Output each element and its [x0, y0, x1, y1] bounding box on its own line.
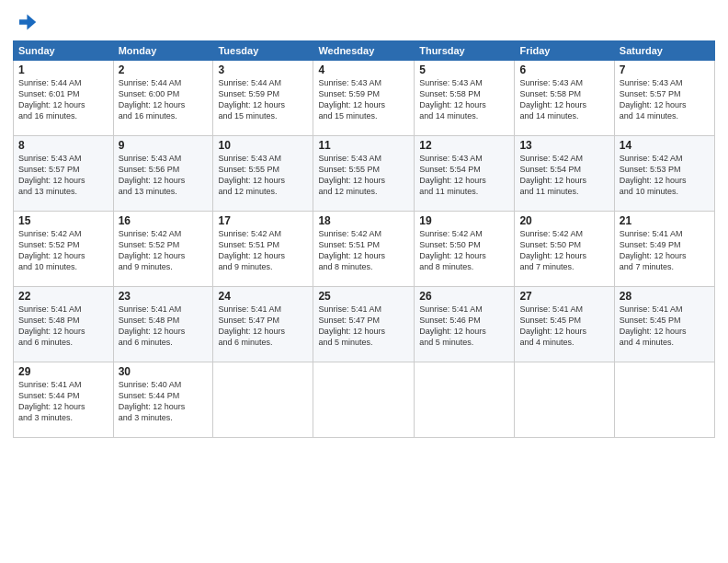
calendar-cell: 15Sunrise: 5:42 AM Sunset: 5:52 PM Dayli… — [14, 212, 114, 287]
day-info: Sunrise: 5:43 AM Sunset: 5:57 PM Dayligh… — [620, 77, 710, 122]
day-number: 28 — [620, 290, 710, 303]
day-info: Sunrise: 5:43 AM Sunset: 5:59 PM Dayligh… — [318, 77, 409, 122]
day-info: Sunrise: 5:43 AM Sunset: 5:55 PM Dayligh… — [218, 153, 308, 198]
day-number: 30 — [119, 365, 209, 378]
calendar-cell: 12Sunrise: 5:43 AM Sunset: 5:54 PM Dayli… — [415, 136, 515, 212]
day-info: Sunrise: 5:41 AM Sunset: 5:49 PM Dayligh… — [620, 228, 710, 273]
calendar-cell: 11Sunrise: 5:43 AM Sunset: 5:55 PM Dayli… — [313, 136, 415, 212]
day-number: 10 — [218, 139, 308, 152]
calendar-cell: 21Sunrise: 5:41 AM Sunset: 5:49 PM Dayli… — [614, 212, 714, 287]
calendar-cell: 9Sunrise: 5:43 AM Sunset: 5:56 PM Daylig… — [113, 136, 213, 212]
page: SundayMondayTuesdayWednesdayThursdayFrid… — [0, 0, 728, 563]
calendar-week-row: 22Sunrise: 5:41 AM Sunset: 5:48 PM Dayli… — [14, 287, 715, 362]
calendar-header-thursday: Thursday — [415, 41, 515, 61]
day-info: Sunrise: 5:42 AM Sunset: 5:52 PM Dayligh… — [18, 228, 108, 273]
calendar-cell: 29Sunrise: 5:41 AM Sunset: 5:44 PM Dayli… — [14, 362, 114, 438]
day-info: Sunrise: 5:44 AM Sunset: 6:01 PM Dayligh… — [18, 77, 108, 122]
calendar-header-row: SundayMondayTuesdayWednesdayThursdayFrid… — [14, 41, 715, 61]
day-number: 23 — [119, 290, 209, 303]
calendar-week-row: 1Sunrise: 5:44 AM Sunset: 6:01 PM Daylig… — [14, 61, 715, 136]
day-info: Sunrise: 5:42 AM Sunset: 5:52 PM Dayligh… — [119, 228, 209, 273]
svg-marker-0 — [19, 15, 36, 30]
day-number: 17 — [218, 214, 308, 227]
calendar-cell: 8Sunrise: 5:43 AM Sunset: 5:57 PM Daylig… — [14, 136, 114, 212]
day-info: Sunrise: 5:43 AM Sunset: 5:56 PM Dayligh… — [119, 153, 209, 198]
calendar-cell: 28Sunrise: 5:41 AM Sunset: 5:45 PM Dayli… — [614, 287, 714, 362]
calendar-header-wednesday: Wednesday — [313, 41, 415, 61]
day-number: 9 — [119, 139, 209, 152]
day-number: 7 — [620, 63, 710, 76]
day-number: 26 — [419, 290, 509, 303]
day-info: Sunrise: 5:43 AM Sunset: 5:54 PM Dayligh… — [419, 153, 509, 198]
calendar-cell: 26Sunrise: 5:41 AM Sunset: 5:46 PM Dayli… — [415, 287, 515, 362]
day-info: Sunrise: 5:41 AM Sunset: 5:47 PM Dayligh… — [318, 304, 409, 349]
day-info: Sunrise: 5:41 AM Sunset: 5:45 PM Dayligh… — [519, 304, 609, 349]
calendar-cell: 18Sunrise: 5:42 AM Sunset: 5:51 PM Dayli… — [313, 212, 415, 287]
calendar-table: SundayMondayTuesdayWednesdayThursdayFrid… — [13, 40, 715, 438]
calendar-cell: 14Sunrise: 5:42 AM Sunset: 5:53 PM Dayli… — [614, 136, 714, 212]
day-number: 6 — [519, 63, 609, 76]
calendar-cell: 17Sunrise: 5:42 AM Sunset: 5:51 PM Dayli… — [213, 212, 313, 287]
day-number: 19 — [419, 214, 509, 227]
day-info: Sunrise: 5:41 AM Sunset: 5:45 PM Dayligh… — [620, 304, 710, 349]
calendar-cell: 22Sunrise: 5:41 AM Sunset: 5:48 PM Dayli… — [14, 287, 114, 362]
calendar-header-tuesday: Tuesday — [213, 41, 313, 61]
calendar-cell — [415, 362, 515, 438]
calendar-cell — [313, 362, 415, 438]
day-number: 4 — [318, 63, 409, 76]
day-info: Sunrise: 5:42 AM Sunset: 5:50 PM Dayligh… — [419, 228, 509, 273]
calendar-header-monday: Monday — [113, 41, 213, 61]
logo — [13, 9, 40, 35]
day-info: Sunrise: 5:42 AM Sunset: 5:50 PM Dayligh… — [519, 228, 609, 273]
day-number: 20 — [519, 214, 609, 227]
day-info: Sunrise: 5:42 AM Sunset: 5:54 PM Dayligh… — [519, 153, 609, 198]
calendar-cell — [614, 362, 714, 438]
calendar-header-saturday: Saturday — [614, 41, 714, 61]
calendar-cell: 27Sunrise: 5:41 AM Sunset: 5:45 PM Dayli… — [515, 287, 614, 362]
header — [13, 9, 715, 35]
day-number: 15 — [18, 214, 108, 227]
day-info: Sunrise: 5:43 AM Sunset: 5:58 PM Dayligh… — [419, 77, 509, 122]
day-info: Sunrise: 5:41 AM Sunset: 5:48 PM Dayligh… — [119, 304, 209, 349]
day-number: 13 — [519, 139, 609, 152]
day-number: 22 — [18, 290, 108, 303]
day-info: Sunrise: 5:43 AM Sunset: 5:55 PM Dayligh… — [318, 153, 409, 198]
day-info: Sunrise: 5:42 AM Sunset: 5:51 PM Dayligh… — [218, 228, 308, 273]
calendar-cell: 6Sunrise: 5:43 AM Sunset: 5:58 PM Daylig… — [515, 61, 614, 136]
day-info: Sunrise: 5:41 AM Sunset: 5:44 PM Dayligh… — [18, 379, 108, 424]
calendar-cell: 23Sunrise: 5:41 AM Sunset: 5:48 PM Dayli… — [113, 287, 213, 362]
day-number: 3 — [218, 63, 308, 76]
day-info: Sunrise: 5:41 AM Sunset: 5:47 PM Dayligh… — [218, 304, 308, 349]
day-number: 8 — [18, 139, 108, 152]
calendar-cell — [515, 362, 614, 438]
day-info: Sunrise: 5:41 AM Sunset: 5:46 PM Dayligh… — [419, 304, 509, 349]
calendar-week-row: 8Sunrise: 5:43 AM Sunset: 5:57 PM Daylig… — [14, 136, 715, 212]
day-info: Sunrise: 5:42 AM Sunset: 5:53 PM Dayligh… — [620, 153, 710, 198]
day-number: 18 — [318, 214, 409, 227]
calendar-header-sunday: Sunday — [14, 41, 114, 61]
calendar-header-friday: Friday — [515, 41, 614, 61]
calendar-week-row: 15Sunrise: 5:42 AM Sunset: 5:52 PM Dayli… — [14, 212, 715, 287]
calendar-cell: 20Sunrise: 5:42 AM Sunset: 5:50 PM Dayli… — [515, 212, 614, 287]
day-info: Sunrise: 5:41 AM Sunset: 5:48 PM Dayligh… — [18, 304, 108, 349]
day-number: 14 — [620, 139, 710, 152]
day-info: Sunrise: 5:42 AM Sunset: 5:51 PM Dayligh… — [318, 228, 409, 273]
day-number: 24 — [218, 290, 308, 303]
day-number: 16 — [119, 214, 209, 227]
calendar-cell: 16Sunrise: 5:42 AM Sunset: 5:52 PM Dayli… — [113, 212, 213, 287]
day-number: 12 — [419, 139, 509, 152]
day-number: 29 — [18, 365, 108, 378]
day-info: Sunrise: 5:43 AM Sunset: 5:57 PM Dayligh… — [18, 153, 108, 198]
calendar-cell: 13Sunrise: 5:42 AM Sunset: 5:54 PM Dayli… — [515, 136, 614, 212]
calendar-cell: 10Sunrise: 5:43 AM Sunset: 5:55 PM Dayli… — [213, 136, 313, 212]
day-number: 1 — [18, 63, 108, 76]
day-info: Sunrise: 5:44 AM Sunset: 6:00 PM Dayligh… — [119, 77, 209, 122]
calendar-cell: 3Sunrise: 5:44 AM Sunset: 5:59 PM Daylig… — [213, 61, 313, 136]
calendar-cell: 7Sunrise: 5:43 AM Sunset: 5:57 PM Daylig… — [614, 61, 714, 136]
calendar-cell: 5Sunrise: 5:43 AM Sunset: 5:58 PM Daylig… — [415, 61, 515, 136]
calendar-cell — [213, 362, 313, 438]
day-number: 21 — [620, 214, 710, 227]
day-number: 25 — [318, 290, 409, 303]
calendar-cell: 2Sunrise: 5:44 AM Sunset: 6:00 PM Daylig… — [113, 61, 213, 136]
logo-icon — [13, 9, 39, 35]
